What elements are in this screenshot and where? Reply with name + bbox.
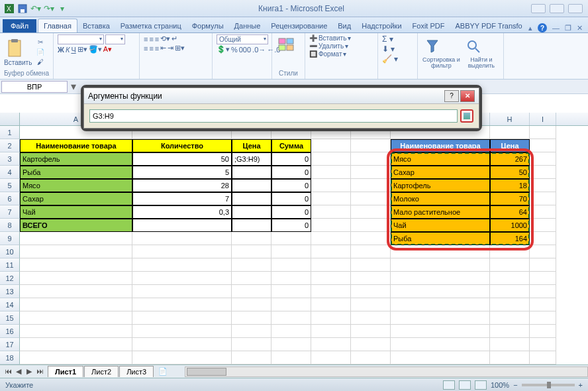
view-normal-icon[interactable]	[443, 380, 455, 390]
cell[interactable]	[232, 285, 271, 298]
cell[interactable]	[391, 351, 490, 364]
cell[interactable]	[132, 258, 232, 272]
cell[interactable]	[351, 285, 391, 298]
find-select-label[interactable]: Найти и выделить	[464, 57, 499, 69]
cell[interactable]	[351, 325, 391, 338]
bold-icon[interactable]: Ж	[58, 46, 64, 54]
cell[interactable]	[351, 219, 391, 232]
cell[interactable]	[490, 258, 530, 272]
fill-color-icon[interactable]: 🪣▾	[89, 45, 102, 54]
cell[interactable]	[351, 192, 391, 205]
doc-restore-icon[interactable]: ❐	[565, 24, 571, 32]
cell[interactable]: 70	[490, 192, 530, 205]
delete-cells-icon[interactable]: ➖	[309, 42, 317, 50]
row-header[interactable]: 11	[0, 258, 20, 272]
cell[interactable]: 267	[490, 152, 530, 166]
tab-addins[interactable]: Надстройки	[356, 19, 407, 32]
cell[interactable]: Молоко	[391, 192, 490, 205]
delete-cells-label[interactable]: Удалить	[318, 42, 344, 50]
cell[interactable]	[232, 298, 271, 311]
cell[interactable]	[311, 258, 351, 272]
zoom-level[interactable]: 100%	[491, 381, 509, 389]
percent-icon[interactable]: %	[231, 46, 238, 54]
cell[interactable]: Количество	[132, 139, 232, 152]
cell[interactable]	[351, 311, 391, 325]
help-icon[interactable]: ?	[538, 23, 547, 32]
cell[interactable]	[232, 245, 271, 258]
row-header[interactable]: 16	[0, 325, 20, 338]
cell[interactable]: Чай	[20, 205, 132, 219]
cell[interactable]	[530, 219, 556, 232]
cell[interactable]	[391, 325, 490, 338]
find-select-icon[interactable]	[464, 36, 485, 57]
cell[interactable]	[391, 311, 490, 325]
tab-page-layout[interactable]: Разметка страниц	[115, 19, 187, 32]
cell[interactable]	[391, 338, 490, 351]
cell[interactable]	[351, 245, 391, 258]
cell[interactable]	[311, 285, 351, 298]
cell[interactable]	[311, 152, 351, 166]
cell[interactable]	[530, 205, 556, 219]
cell[interactable]	[490, 245, 530, 258]
cell[interactable]	[232, 219, 271, 232]
cell[interactable]	[530, 245, 556, 258]
cell[interactable]	[311, 205, 351, 219]
sort-filter-label[interactable]: Сортировка и фильтр	[422, 57, 461, 69]
sheet-nav-first-icon[interactable]: ⏮	[3, 367, 13, 376]
cell[interactable]	[490, 338, 530, 351]
cell[interactable]	[530, 272, 556, 285]
cell[interactable]	[311, 179, 351, 192]
cell[interactable]: 0	[271, 219, 311, 232]
paste-label[interactable]: Вставить	[4, 59, 32, 66]
zoom-in-icon[interactable]: +	[579, 381, 583, 389]
doc-close-icon[interactable]: ✕	[577, 24, 583, 32]
cell[interactable]	[271, 258, 311, 272]
cell[interactable]	[232, 205, 271, 219]
cell[interactable]: Сахар	[20, 192, 132, 205]
tab-abbyy[interactable]: ABBYY PDF Transfo	[450, 19, 527, 32]
cell[interactable]	[232, 338, 271, 351]
cell[interactable]	[351, 338, 391, 351]
cell[interactable]: Картофель	[391, 179, 490, 192]
cell[interactable]	[232, 311, 271, 325]
format-painter-icon[interactable]: 🖌	[34, 58, 46, 67]
cell[interactable]: Картофель	[20, 152, 132, 166]
cell[interactable]	[391, 272, 490, 285]
cell[interactable]	[271, 351, 311, 364]
cell[interactable]	[530, 192, 556, 205]
cell[interactable]	[132, 311, 232, 325]
horizontal-scrollbar[interactable]	[185, 366, 588, 377]
align-right-icon[interactable]: ≡	[155, 44, 159, 52]
view-layout-icon[interactable]	[459, 380, 471, 390]
tab-data[interactable]: Данные	[229, 19, 266, 32]
cell[interactable]: Сахар	[391, 166, 490, 179]
cell[interactable]	[351, 139, 391, 152]
cell[interactable]: 0	[271, 152, 311, 166]
cell[interactable]	[351, 258, 391, 272]
align-bot-icon[interactable]: ≡	[155, 35, 159, 43]
cell[interactable]	[530, 126, 556, 139]
cell[interactable]: 18	[490, 179, 530, 192]
cell[interactable]	[20, 351, 132, 364]
border-icon[interactable]: ⊞▾	[77, 45, 87, 54]
row-header[interactable]: 1	[0, 126, 20, 139]
cell[interactable]: 0	[271, 179, 311, 192]
styles-icon[interactable]	[276, 34, 297, 56]
cell[interactable]: Цена	[232, 139, 271, 152]
indent-inc-icon[interactable]: ⇥	[168, 44, 173, 52]
cell[interactable]	[351, 166, 391, 179]
cell[interactable]	[271, 232, 311, 245]
tab-review[interactable]: Рецензирование	[266, 19, 332, 32]
cell[interactable]	[490, 325, 530, 338]
name-box-dropdown-icon[interactable]: ▾	[69, 80, 78, 93]
cell[interactable]: Сумма	[271, 139, 311, 152]
cell[interactable]: Мало растительное	[391, 205, 490, 219]
align-left-icon[interactable]: ≡	[144, 44, 148, 52]
cell[interactable]	[20, 232, 132, 245]
align-center-icon[interactable]: ≡	[149, 44, 153, 52]
cell[interactable]: Наименование товара	[391, 139, 490, 152]
cell[interactable]	[311, 192, 351, 205]
undo-icon[interactable]: ↶▾	[30, 3, 41, 14]
doc-minimize-icon[interactable]: —	[552, 24, 560, 32]
wrap-icon[interactable]: ↵	[172, 34, 177, 43]
